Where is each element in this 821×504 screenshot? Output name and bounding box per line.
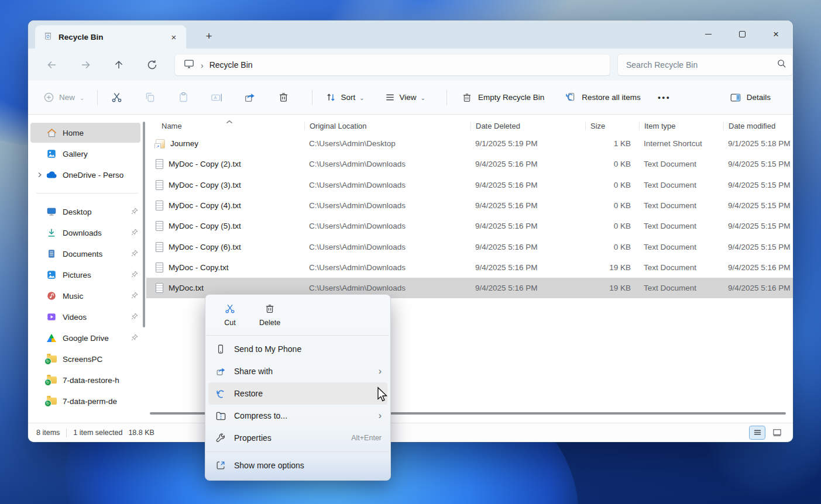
minimize-icon [705,34,712,34]
details-pane-button[interactable]: Details [723,87,778,108]
file-row[interactable]: MyDoc - Copy (4).txt C:\Users\Admin\Down… [146,195,793,216]
tab-close-icon[interactable]: × [167,30,180,43]
sidebar-item-7-data-perm[interactable]: 7-data-perm-de [30,391,140,411]
address-bar[interactable]: › Recycle Bin [174,54,610,76]
chevron-down-icon: ⌄ [421,95,425,101]
chevron-down-icon: ⌄ [80,95,84,101]
search-box[interactable] [617,54,793,76]
breadcrumb-chevron-icon[interactable]: › [201,61,204,70]
maximize-button[interactable] [725,20,759,47]
thumbnail-view-toggle[interactable] [770,426,785,439]
maximize-icon [739,31,746,37]
up-button[interactable] [108,54,130,76]
menu-item-show-more-options[interactable]: Show more options [208,454,387,477]
paste-button[interactable] [171,86,195,109]
menu-divider [207,451,389,452]
forward-button[interactable] [74,54,97,76]
column-header-size[interactable]: Size [585,122,639,130]
plus-circle-icon [43,92,54,103]
breadcrumb[interactable]: Recycle Bin [209,60,253,70]
file-row[interactable]: MyDoc - Copy (6).txt C:\Users\Admin\Down… [146,236,793,257]
file-icon [156,283,163,293]
trash-icon [264,303,276,315]
menu-item-compress-to[interactable]: Compress to... › [208,405,387,427]
documents-icon [46,248,57,260]
sync-folder-icon [46,374,57,386]
sidebar-item-downloads[interactable]: Downloads [30,223,140,243]
pin-icon [131,270,138,280]
sidebar-item-gallery[interactable]: Gallery [30,144,140,164]
rename-button[interactable] [205,86,228,109]
file-icon [156,180,163,190]
context-delete-button[interactable]: Delete [257,302,283,328]
file-row[interactable]: MyDoc - Copy (5).txt C:\Users\Admin\Down… [146,216,793,236]
share-icon [214,366,227,377]
pin-icon [131,312,138,322]
desktop-icon [46,206,57,218]
refresh-button[interactable] [141,54,163,76]
restore-all-items-button[interactable]: Restore all items [557,87,648,108]
file-row[interactable]: MyDoc - Copy (2).txt C:\Users\Admin\Down… [146,154,793,174]
search-input[interactable] [626,60,777,70]
paste-icon [177,91,190,103]
submenu-chevron-icon: › [379,411,382,420]
file-row[interactable]: Journey C:\Users\Admin\Desktop 9/1/2025 … [146,133,793,154]
view-dropdown[interactable]: View ⌄ [379,87,431,108]
wrench-icon [214,433,227,443]
copy-button[interactable] [138,86,162,109]
cut-button[interactable] [105,86,128,109]
sidebar-item-pictures[interactable]: Pictures [30,265,140,285]
column-header-date-modified[interactable]: Date modified [723,122,793,130]
column-header-original-location[interactable]: Original Location [304,122,470,130]
sidebar-item-videos[interactable]: Videos [30,307,140,327]
file-icon [156,139,165,149]
compress-folder-icon [214,410,227,422]
sort-dropdown[interactable]: Sort ⌄ [320,87,370,108]
new-tab-button[interactable]: + [200,27,218,45]
show-more-options-icon [214,460,227,471]
context-cut-button[interactable]: Cut [218,302,242,328]
navigation-sidebar: Home Gallery OneDrive - Perso [28,115,146,423]
column-header-item-type[interactable]: Item type [639,122,723,130]
sidebar-item-desktop[interactable]: Desktop [30,202,140,222]
menu-item-properties[interactable]: Properties Alt+Enter [208,427,387,449]
sidebar-item-screenspc[interactable]: ScreensPC [30,349,140,369]
menu-item-send-to-my-phone[interactable]: Send to My Phone [208,338,387,360]
sidebar-item-7-data-restore[interactable]: 7-data-restore-h [30,370,140,390]
new-button[interactable]: New ⌄ [37,87,90,108]
chevron-right-icon[interactable] [34,172,46,178]
tab-recycle-bin[interactable]: Recycle Bin × [35,25,186,49]
column-header-date-deleted[interactable]: Date Deleted [470,122,585,130]
details-view-toggle[interactable] [750,426,765,439]
file-icon [156,263,163,272]
shortcut-hint: Alt+Enter [351,434,382,442]
sidebar-item-onedrive[interactable]: OneDrive - Perso [30,165,140,185]
back-button[interactable] [41,54,63,76]
item-count: 8 items [36,429,60,437]
empty-recycle-bin-button[interactable]: Empty Recycle Bin [454,87,551,108]
column-header-name[interactable]: Name [146,122,304,130]
file-row[interactable]: MyDoc - Copy (3).txt C:\Users\Admin\Down… [146,175,793,195]
status-divider [66,429,67,437]
sort-ascending-icon [226,116,233,126]
toolbar-divider [312,90,312,105]
search-icon[interactable] [777,58,786,71]
minimize-button[interactable] [691,20,725,47]
delete-button[interactable] [272,86,295,109]
file-row[interactable]: MyDoc - Copy.txt C:\Users\Admin\Download… [146,257,793,278]
sidebar-divider [36,193,138,194]
close-button[interactable]: × [759,20,793,47]
sidebar-item-documents[interactable]: Documents [30,244,140,264]
sidebar-scrollbar[interactable] [143,122,145,327]
google-drive-icon [46,332,57,344]
sidebar-item-music[interactable]: Music [30,286,140,306]
menu-item-restore[interactable]: Restore [208,382,387,405]
share-button[interactable] [238,86,262,109]
tab-title: Recycle Bin [59,33,162,42]
scissors-icon [111,91,123,103]
sidebar-item-google-drive[interactable]: Google Drive [30,328,140,348]
menu-item-share-with[interactable]: Share with › [208,360,387,382]
status-bar: 8 items 1 item selected 18.8 KB [28,423,793,442]
sidebar-item-home[interactable]: Home [30,123,140,143]
see-more-button[interactable]: ●●● [654,87,675,108]
